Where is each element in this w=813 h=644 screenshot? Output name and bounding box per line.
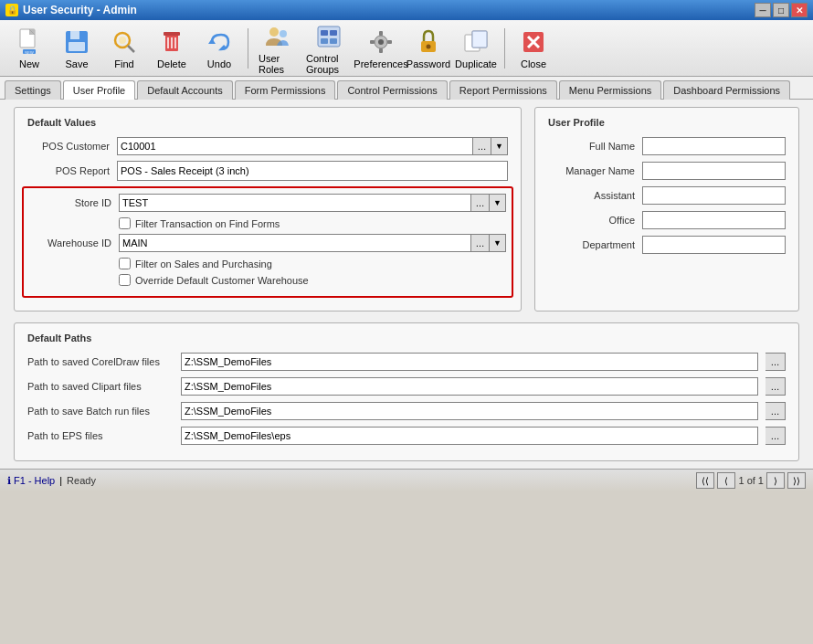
warehouse-id-dropdown-button[interactable]: ▼ — [490, 234, 506, 252]
eps-path-row: Path to EPS files … — [27, 427, 786, 445]
coreldraw-path-browse-button[interactable]: … — [765, 353, 786, 371]
assistant-row: Assistant — [548, 186, 786, 205]
assistant-input[interactable] — [642, 186, 786, 205]
filter-sales-row: Filter on Sales and Purchasing — [119, 258, 506, 269]
password-label: Password — [406, 58, 450, 69]
preferences-button[interactable]: Preferences — [359, 25, 403, 72]
close-toolbar-label: Close — [521, 58, 546, 69]
find-label: Find — [114, 58, 133, 69]
undo-button[interactable]: Undo — [197, 25, 241, 72]
store-id-input[interactable] — [119, 194, 471, 212]
eps-path-browse-button[interactable]: … — [765, 427, 786, 445]
tab-control-permissions[interactable]: Control Permissions — [337, 80, 447, 100]
office-input[interactable] — [642, 211, 786, 229]
toolbar-separator-1 — [248, 28, 248, 69]
assistant-label: Assistant — [548, 190, 635, 201]
override-customer-label: Override Default Customer Warehouse — [135, 275, 309, 286]
store-id-dropdown-button[interactable]: ▼ — [490, 194, 506, 212]
last-record-button[interactable]: ⟩⟩ — [787, 472, 806, 489]
help-label: F1 - Help — [14, 475, 55, 486]
svg-rect-12 — [164, 32, 180, 36]
full-name-input[interactable] — [642, 137, 786, 155]
save-button[interactable]: Save — [55, 25, 99, 72]
close-toolbar-button[interactable]: Close — [512, 25, 555, 72]
warehouse-id-browse-button[interactable]: … — [471, 234, 490, 252]
tab-form-permissions[interactable]: Form Permissions — [235, 80, 336, 100]
app-icon: 🔒 — [5, 4, 18, 16]
default-values-panel: Default Values POS Customer … ▼ POS Repo… — [14, 107, 522, 311]
tab-menu-permissions[interactable]: Menu Permissions — [559, 80, 661, 100]
duplicate-button[interactable]: Duplicate — [454, 25, 498, 72]
tab-dashboard-permissions[interactable]: Dashboard Permissions — [663, 80, 790, 100]
store-id-browse-button[interactable]: … — [471, 194, 490, 212]
delete-label: Delete — [157, 58, 186, 69]
default-paths-panel: Default Paths Path to saved CorelDraw fi… — [14, 322, 799, 461]
password-button[interactable]: Password — [406, 25, 450, 72]
duplicate-label: Duplicate — [455, 58, 497, 69]
find-button[interactable]: Find — [102, 25, 146, 72]
svg-point-25 — [378, 39, 384, 45]
pos-customer-label: POS Customer — [27, 141, 110, 152]
svg-rect-6 — [70, 31, 79, 39]
svg-point-18 — [280, 30, 287, 37]
batch-path-browse-button[interactable]: … — [765, 402, 786, 420]
eps-path-input[interactable] — [181, 427, 758, 445]
pos-customer-input[interactable] — [117, 137, 473, 155]
status-text: Ready — [67, 475, 96, 486]
pos-report-label: POS Report — [27, 165, 110, 176]
department-row: Department — [548, 236, 786, 254]
store-id-row: Store ID … ▼ — [29, 194, 506, 212]
svg-rect-34 — [472, 31, 487, 48]
control-groups-label: Control Groups — [306, 53, 352, 75]
svg-rect-21 — [330, 30, 337, 36]
svg-rect-22 — [321, 38, 328, 44]
toolbar-separator-2 — [504, 28, 505, 69]
coreldraw-path-input[interactable] — [181, 353, 758, 371]
svg-rect-20 — [321, 30, 328, 36]
close-window-button[interactable]: ✕ — [791, 3, 808, 17]
new-button[interactable]: NEW New — [7, 25, 51, 72]
control-groups-button[interactable]: Control Groups — [302, 25, 355, 72]
manager-name-input[interactable] — [642, 162, 786, 180]
clipart-path-browse-button[interactable]: … — [765, 377, 786, 396]
override-customer-checkbox[interactable] — [119, 274, 131, 286]
full-name-label: Full Name — [548, 141, 635, 152]
user-roles-button[interactable]: User Roles — [255, 25, 299, 72]
new-label: New — [19, 58, 39, 69]
office-label: Office — [548, 215, 635, 226]
filter-transaction-row: Filter Transaction on Find Forms — [119, 217, 506, 229]
tab-report-permissions[interactable]: Report Permissions — [449, 80, 557, 100]
pos-customer-browse-button[interactable]: … — [473, 137, 491, 155]
store-id-label: Store ID — [29, 197, 111, 208]
user-roles-icon — [262, 22, 291, 51]
preferences-label: Preferences — [354, 58, 407, 69]
tab-settings[interactable]: Settings — [5, 80, 61, 100]
svg-rect-29 — [387, 40, 392, 44]
department-input[interactable] — [642, 236, 786, 254]
toolbar: NEW New Save — [0, 20, 813, 77]
maximize-button[interactable]: □ — [773, 3, 789, 17]
warehouse-id-input[interactable] — [119, 234, 471, 252]
user-roles-label: User Roles — [259, 53, 295, 75]
default-paths-title: Default Paths — [27, 333, 786, 343]
batch-path-input[interactable] — [181, 402, 758, 420]
filter-transaction-checkbox[interactable] — [119, 217, 131, 229]
status-separator: | — [59, 475, 62, 486]
minimize-button[interactable]: ─ — [755, 3, 771, 17]
clipart-path-input[interactable] — [181, 377, 758, 396]
delete-button[interactable]: Delete — [150, 25, 194, 72]
office-row: Office — [548, 211, 786, 229]
pos-customer-dropdown-button[interactable]: ▼ — [491, 137, 508, 155]
override-customer-row: Override Default Customer Warehouse — [119, 274, 506, 286]
window-title: User Security - Admin — [23, 4, 137, 16]
filter-sales-checkbox[interactable] — [119, 258, 131, 269]
tab-default-accounts[interactable]: Default Accounts — [137, 80, 233, 100]
page-info: 1 of 1 — [738, 475, 764, 486]
prev-record-button[interactable]: ⟨ — [717, 472, 735, 489]
help-button[interactable]: ℹ F1 - Help — [7, 475, 55, 487]
pos-report-select[interactable]: POS - Sales Receipt (3 inch) — [117, 161, 508, 181]
manager-name-label: Manager Name — [548, 165, 635, 176]
tab-user-profile[interactable]: User Profile — [63, 80, 135, 100]
first-record-button[interactable]: ⟨⟨ — [696, 472, 714, 489]
next-record-button[interactable]: ⟩ — [766, 472, 785, 489]
